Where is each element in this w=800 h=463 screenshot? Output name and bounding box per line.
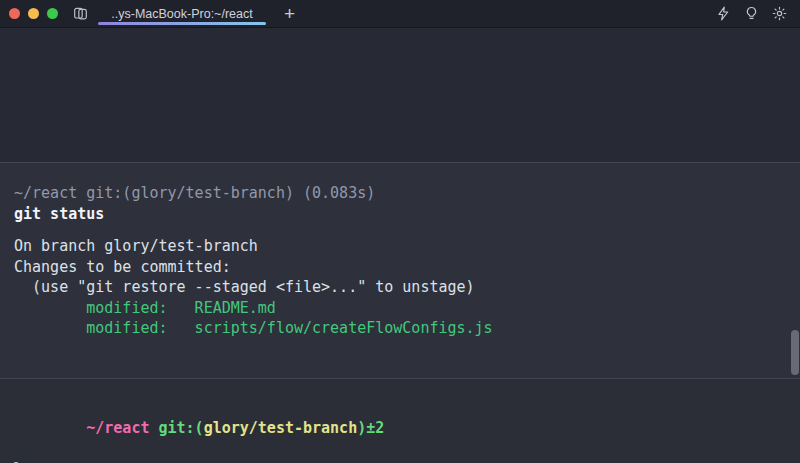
scrollback-empty-area bbox=[0, 28, 800, 162]
terminal-window: ..ys-MacBook-Pro:~/react + bbox=[0, 0, 800, 463]
command-block-git-status[interactable]: ~/react git:(glory/test-branch) (0.083s)… bbox=[0, 162, 800, 378]
output-line: On branch glory/test-branch bbox=[14, 236, 786, 257]
prompt-git-branch: glory/test-branch bbox=[204, 419, 358, 437]
command-text: git status bbox=[14, 204, 786, 225]
terminal-content: ~/react git:(glory/test-branch) (0.083s)… bbox=[0, 28, 800, 463]
prompt-git-status-count: ±2 bbox=[366, 419, 384, 437]
bookmarks-icon[interactable] bbox=[73, 6, 88, 21]
prompt-git-prefix: git:( bbox=[159, 419, 204, 437]
scrollbar-thumb[interactable] bbox=[791, 330, 799, 375]
current-prompt-block[interactable]: ~/react git:(glory/test-branch)±2 bbox=[0, 378, 800, 463]
lightbulb-icon[interactable] bbox=[744, 6, 759, 21]
output-line-modified-file: modified: scripts/flow/createFlowConfigs… bbox=[14, 318, 786, 339]
previous-prompt-line: ~/react git:(glory/test-branch) (0.083s) bbox=[14, 183, 786, 204]
prompt-separator bbox=[149, 419, 158, 437]
tab-title: ..ys-MacBook-Pro:~/react bbox=[111, 7, 252, 21]
maximize-window-button[interactable] bbox=[47, 8, 58, 19]
tab-bar: ..ys-MacBook-Pro:~/react + bbox=[0, 0, 800, 28]
output-line-modified-file: modified: README.md bbox=[14, 298, 786, 319]
minimize-window-button[interactable] bbox=[28, 8, 39, 19]
close-window-button[interactable] bbox=[9, 8, 20, 19]
output-line: (use "git restore --staged <file>..." to… bbox=[14, 277, 786, 298]
tab-active[interactable]: ..ys-MacBook-Pro:~/react bbox=[94, 0, 270, 28]
output-line: Changes to be committed: bbox=[14, 257, 786, 278]
prompt-git-suffix: ) bbox=[357, 419, 366, 437]
gear-icon[interactable] bbox=[772, 6, 787, 21]
command-output: On branch glory/test-branch Changes to b… bbox=[14, 236, 786, 339]
lightning-icon[interactable] bbox=[716, 6, 731, 21]
prompt-line: ~/react git:(glory/test-branch)±2 bbox=[14, 397, 786, 460]
tab-active-underline bbox=[98, 22, 266, 25]
window-controls bbox=[9, 8, 58, 19]
new-tab-button[interactable]: + bbox=[280, 4, 299, 23]
prompt-directory: ~/react bbox=[86, 419, 149, 437]
